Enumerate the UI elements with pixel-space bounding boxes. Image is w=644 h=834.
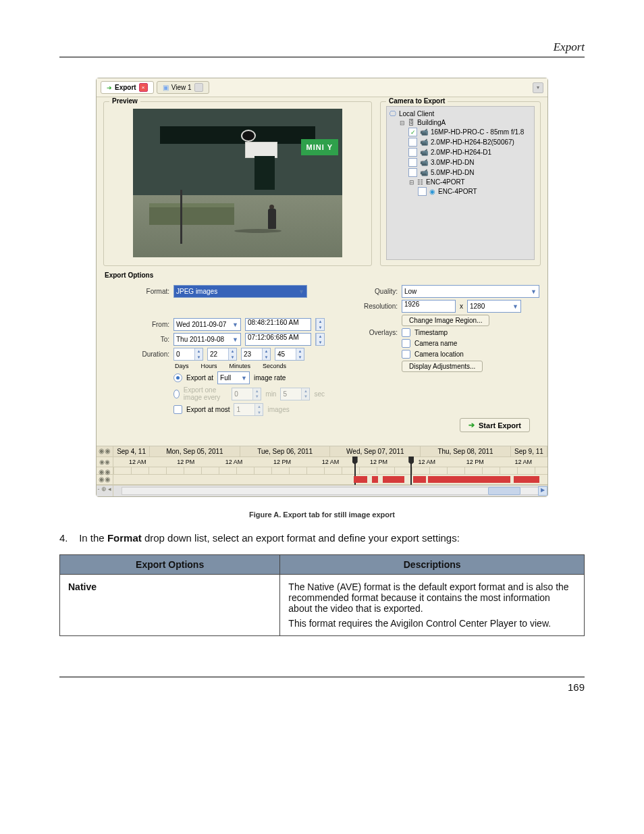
res-height-select[interactable]: 1280 ▼ [467, 300, 521, 313]
tab-bar: ➔ Export × ▣ View 1 ▾ [97, 78, 547, 97]
tree-cam-4[interactable]: 📹 5.0MP-HD-DN [390, 167, 531, 178]
tree-cam-2[interactable]: 📹 2.0MP-HD-H264-D1 [390, 147, 531, 157]
timeline[interactable]: ◉◉ Sep 4, 11 Mon, Sep 05, 2011 Tue, Sep … [97, 446, 547, 496]
tree-cam-3-label: 3.0MP-HD-DN [431, 159, 474, 166]
at-most-spinner: ▲▼ [234, 403, 263, 416]
recording-segment[interactable] [372, 476, 379, 483]
timeline-scrollbar[interactable]: ▶ [113, 486, 547, 496]
camera-location-label: Camera location [414, 350, 464, 358]
timeline-day[interactable]: Sep 9, 11 [511, 446, 547, 457]
recording-segment[interactable] [354, 476, 367, 483]
hours-input[interactable] [208, 348, 228, 360]
timeline-control[interactable]: ◉◉ [97, 475, 113, 484]
to-time-input[interactable]: 07:12:06:685 AM [245, 333, 311, 346]
tab-export[interactable]: ➔ Export × [101, 81, 154, 94]
spinner-down-icon[interactable]: ▼ [296, 355, 304, 361]
tree-encoder-cam[interactable]: ◉ ENC-4PORT [390, 186, 531, 197]
image-rate-select[interactable]: Full ▼ [217, 371, 250, 384]
mins-spinner[interactable]: ▲▼ [241, 348, 271, 361]
spinner-down-icon[interactable]: ▼ [262, 355, 270, 361]
timeline-day[interactable]: Tue, Sep 06, 2011 [240, 446, 331, 457]
table-cell-option: Native [60, 575, 280, 636]
camera-legend: Camera to Export [386, 97, 448, 105]
days-input[interactable] [174, 348, 194, 360]
min-label: min [265, 390, 276, 398]
display-adjustments-button[interactable]: Display Adjustments... [402, 361, 483, 372]
collapse-icon[interactable]: ⊟ [399, 120, 405, 126]
spinner-up-icon[interactable]: ▲ [316, 319, 324, 325]
close-icon[interactable]: × [139, 83, 148, 92]
duration-label: Duration: [105, 350, 169, 358]
tabbar-menu-icon[interactable]: ▾ [533, 82, 543, 93]
timeline-day[interactable]: Thu, Sep 08, 2011 [421, 446, 511, 457]
spinner-down-icon[interactable]: ▼ [228, 355, 236, 361]
spinner-down-icon[interactable]: ▼ [316, 325, 324, 331]
scrollbar-thumb[interactable] [488, 487, 520, 495]
hours-spinner[interactable]: ▲▼ [207, 348, 237, 361]
secs-spinner[interactable]: ▲▼ [275, 348, 304, 361]
zoom-controls[interactable]: - ⊕ ◂ [97, 486, 113, 496]
from-date-select[interactable]: Wed 2011-09-07 ▼ [173, 318, 241, 331]
from-time-spinner[interactable]: ▲▼ [315, 318, 325, 331]
spinner-up-icon: ▲ [252, 388, 261, 394]
tree-cam-1[interactable]: 📹 2.0MP-HD-H264-B2(50067) [390, 137, 531, 147]
timeline-hour: 12 AM [500, 457, 547, 467]
days-spinner[interactable]: ▲▼ [173, 348, 203, 361]
spinner-up-icon[interactable]: ▲ [296, 348, 304, 355]
timeline-day[interactable]: Sep 4, 11 [113, 446, 150, 457]
encoder-icon: ☷ [417, 178, 423, 186]
timeline-day[interactable]: Mon, Sep 05, 2011 [150, 446, 240, 457]
tree-root[interactable]: 🖵 Local Client [390, 109, 531, 118]
camera-fieldset: Camera to Export 🖵 Local Client ⊟ 🗄 Buil… [380, 101, 541, 266]
spinner-up-icon[interactable]: ▲ [194, 348, 203, 355]
change-region-button[interactable]: Change Image Region... [402, 315, 489, 326]
export-at-radio[interactable] [173, 373, 182, 382]
spinner-down-icon[interactable]: ▼ [316, 340, 324, 346]
checkbox-icon[interactable] [408, 138, 417, 147]
checkbox-icon[interactable] [408, 148, 417, 157]
tree-cam-3[interactable]: 📹 3.0MP-HD-DN [390, 157, 531, 167]
to-date-select[interactable]: Thu 2011-09-08 ▼ [173, 333, 241, 346]
timeline-track[interactable] [113, 475, 547, 484]
checkbox-icon[interactable] [408, 168, 417, 177]
secs-input[interactable] [275, 348, 296, 360]
tree-server[interactable]: ⊟ 🗄 BuildingA [390, 118, 531, 127]
res-width-input[interactable]: 1926 [402, 300, 456, 313]
to-time-spinner[interactable]: ▲▼ [315, 333, 325, 346]
camera-location-check[interactable] [402, 350, 410, 359]
timeline-day[interactable]: Wed, Sep 07, 2011 [330, 446, 421, 457]
preview-fieldset: Preview MINI Y [103, 101, 372, 266]
checkbox-icon[interactable] [418, 187, 427, 196]
mins-input[interactable] [242, 348, 262, 360]
recording-segment[interactable] [514, 476, 540, 483]
from-time-input[interactable]: 08:48:21:160 AM [245, 318, 311, 331]
chevron-down-icon: ▼ [232, 321, 238, 328]
timeline-control[interactable]: ◉◉ [97, 457, 113, 467]
spinner-up-icon[interactable]: ▲ [262, 348, 270, 355]
export-at-most-check[interactable] [173, 405, 182, 414]
collapse-icon[interactable]: ⊟ [408, 179, 414, 186]
recording-segment[interactable] [428, 476, 510, 483]
quality-select[interactable]: Low ▼ [402, 285, 539, 298]
tree-encoder[interactable]: ⊟ ☷ ENC-4PORT [390, 178, 531, 186]
camera-tree[interactable]: 🖵 Local Client ⊟ 🗄 BuildingA ✓ 📹 16MP-HD… [386, 106, 535, 260]
tab-view1[interactable]: ▣ View 1 [157, 81, 209, 94]
tab-view1-close-icon[interactable] [194, 83, 203, 92]
spinner-up-icon[interactable]: ▲ [316, 334, 324, 340]
timeline-control-top[interactable]: ◉◉ [97, 446, 113, 457]
overlays-label: Overlays: [344, 329, 398, 336]
scrollbar-right-button[interactable]: ▶ [538, 486, 547, 496]
start-export-button[interactable]: ➔ Start Export [460, 418, 530, 432]
timeline-control[interactable]: ◉◉ [97, 467, 113, 474]
checkbox-checked-icon[interactable]: ✓ [408, 128, 417, 136]
export-every-radio[interactable] [173, 390, 180, 398]
timestamp-check[interactable] [402, 328, 410, 337]
checkbox-icon[interactable] [408, 158, 417, 167]
format-select[interactable]: JPEG images ▼ [173, 285, 307, 298]
camera-name-check[interactable] [402, 339, 410, 348]
spinner-up-icon[interactable]: ▲ [228, 348, 236, 355]
spinner-down-icon[interactable]: ▼ [194, 355, 203, 361]
tree-cam-0[interactable]: ✓ 📹 16MP-HD-PRO-C - 85mm f/1.8 [390, 127, 531, 137]
recording-segment[interactable] [383, 476, 404, 483]
recording-segment[interactable] [413, 476, 426, 483]
